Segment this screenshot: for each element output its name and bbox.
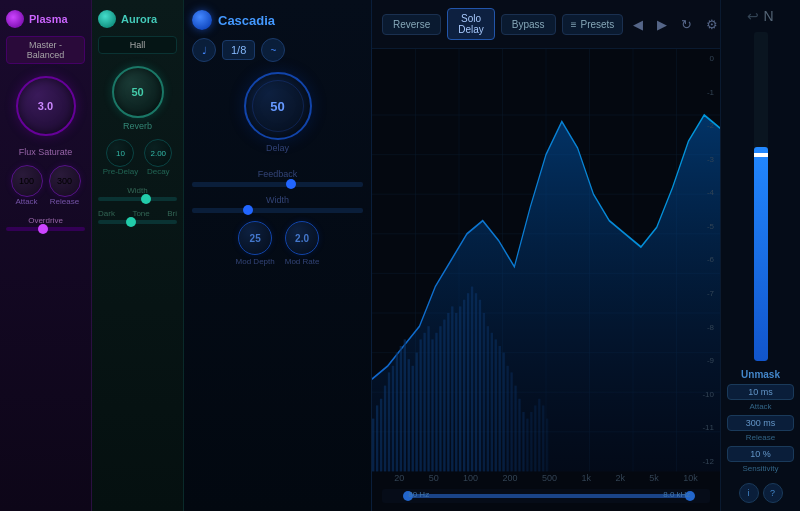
flux-saturate-knob-container: 3.0 Flux Saturate: [16, 76, 76, 157]
tone-slider-track[interactable]: [98, 220, 177, 224]
bypass-button[interactable]: Bypass: [501, 14, 556, 35]
next-preset-button[interactable]: ▶: [653, 15, 671, 34]
db-label-7: -7: [702, 289, 714, 298]
meter-thumb[interactable]: [754, 153, 768, 157]
width-label: Width: [98, 186, 177, 195]
feedback-slider[interactable]: [192, 182, 363, 187]
overdrive-slider-track[interactable]: [6, 227, 85, 231]
note-value[interactable]: 1/8: [222, 40, 255, 60]
reverb-label: Reverb: [123, 121, 152, 131]
release-knob[interactable]: 300: [49, 165, 81, 197]
svg-rect-37: [455, 313, 457, 471]
release-param-label: Release: [746, 433, 775, 442]
plasma-title: Plasma: [29, 13, 68, 25]
db-label-10: -10: [702, 390, 714, 399]
svg-rect-16: [372, 419, 374, 472]
freq-500: 500: [542, 473, 557, 483]
width-slider-thumb[interactable]: [141, 194, 151, 204]
release-wrap: 300 Release: [49, 165, 81, 206]
attack-value-pill[interactable]: 10 ms: [727, 384, 794, 400]
mod-depth-value: 25: [250, 233, 261, 244]
right-icons-row: ↩ N: [747, 8, 773, 24]
pre-delay-label: Pre-Delay: [103, 167, 139, 176]
feedback-thumb[interactable]: [286, 179, 296, 189]
freq-50: 50: [429, 473, 439, 483]
svg-rect-29: [423, 333, 425, 472]
tone-row: Dark Tone Bri: [98, 209, 177, 218]
flux-saturate-knob[interactable]: 3.0: [16, 76, 76, 136]
db-label-8: -8: [702, 323, 714, 332]
decay-knob[interactable]: 2.00: [144, 139, 172, 167]
info-button[interactable]: i: [739, 483, 759, 503]
mod-rate-knob[interactable]: 2.0: [285, 221, 319, 255]
cascadia-width-thumb[interactable]: [243, 205, 253, 215]
attack-knob[interactable]: 100: [11, 165, 43, 197]
svg-rect-25: [408, 359, 410, 471]
solo-delay-button[interactable]: Solo Delay: [447, 8, 495, 40]
mod-depth-knob[interactable]: 25: [238, 221, 272, 255]
svg-rect-24: [404, 339, 406, 471]
svg-rect-30: [427, 326, 429, 471]
db-label-6: -6: [702, 255, 714, 264]
cascadia-title: Cascadia: [218, 13, 275, 28]
overdrive-slider-thumb[interactable]: [38, 224, 48, 234]
svg-rect-50: [506, 366, 508, 472]
presets-dropdown[interactable]: ≡ Presets: [562, 14, 624, 35]
svg-rect-36: [451, 306, 453, 471]
aurora-logo-icon: [98, 10, 116, 28]
freq-labels: 20 50 100 200 500 1k 2k 5k 10k: [372, 473, 720, 483]
reverb-knob[interactable]: 50: [112, 66, 164, 118]
cascadia-width-label: Width: [192, 195, 363, 205]
note-wave-btn[interactable]: ~: [261, 38, 285, 62]
freq-range-low: 80 Hz: [408, 490, 429, 499]
svg-rect-27: [416, 353, 418, 472]
plasma-panel: Plasma Master - Balanced 3.0 Flux Satura…: [0, 0, 92, 511]
eq-area: 0 -1 -2 -3 -4 -5 -6 -7 -8 -9 -10 -11 -12…: [372, 49, 720, 511]
width-slider-track[interactable]: [98, 197, 177, 201]
eq-frequency-response[interactable]: [372, 49, 720, 511]
svg-rect-42: [475, 293, 477, 471]
main-toolbar: Reverse Solo Delay Bypass ≡ Presets ◀ ▶ …: [372, 0, 720, 49]
decay-value: 2.00: [150, 149, 166, 158]
overdrive-row: Overdrive: [6, 216, 85, 231]
pre-delay-knob[interactable]: 10: [106, 139, 134, 167]
question-button[interactable]: ?: [763, 483, 783, 503]
compare-button[interactable]: N: [763, 8, 773, 24]
db-label-1: -1: [702, 88, 714, 97]
undo-button[interactable]: ↩: [747, 8, 759, 24]
cascadia-width-slider[interactable]: [192, 208, 363, 213]
sensitivity-value-pill[interactable]: 10 %: [727, 446, 794, 462]
svg-rect-35: [447, 313, 449, 471]
svg-rect-28: [419, 339, 421, 471]
freq-range-bar[interactable]: 80 Hz 8.0 kHz: [382, 489, 710, 503]
mod-rate-label: Mod Rate: [285, 257, 320, 266]
reverb-value: 50: [131, 86, 143, 98]
svg-rect-40: [467, 293, 469, 471]
note-sync-btn[interactable]: ♩: [192, 38, 216, 62]
decay-wrap: 2.00 Decay: [144, 139, 172, 176]
tone-label: Tone: [132, 209, 149, 218]
freq-20: 20: [394, 473, 404, 483]
aurora-panel: Aurora Hall 50 Reverb 10 Pre-Delay 2.00 …: [92, 0, 184, 511]
reverse-button[interactable]: Reverse: [382, 14, 441, 35]
release-label: Release: [50, 197, 79, 206]
prev-preset-button[interactable]: ◀: [629, 15, 647, 34]
unmask-label: Unmask: [741, 369, 780, 380]
svg-rect-47: [495, 339, 497, 471]
svg-rect-56: [530, 412, 532, 471]
presets-label: Presets: [580, 19, 614, 30]
cascadia-header: Cascadia: [192, 10, 363, 30]
tone-slider-thumb[interactable]: [126, 217, 136, 227]
svg-rect-26: [412, 366, 414, 472]
freq-200: 200: [503, 473, 518, 483]
cascadia-panel: Cascadia ♩ 1/8 ~ 50 Delay Feedback Width…: [184, 0, 372, 511]
db-label-4: -4: [702, 188, 714, 197]
delay-knob[interactable]: 50: [244, 72, 312, 140]
freq-10k: 10k: [683, 473, 698, 483]
plasma-preset-selector[interactable]: Master - Balanced: [6, 36, 85, 64]
aurora-header: Aurora: [98, 10, 177, 28]
refresh-button[interactable]: ↻: [677, 15, 696, 34]
release-value-pill[interactable]: 300 ms: [727, 415, 794, 431]
svg-rect-59: [542, 405, 544, 471]
aurora-preset-selector[interactable]: Hall: [98, 36, 177, 54]
